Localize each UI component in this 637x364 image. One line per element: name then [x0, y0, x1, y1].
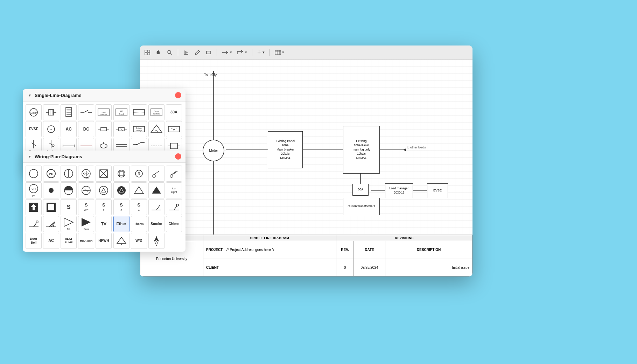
- symbol-load-manager[interactable]: Loadmanager: [96, 104, 112, 120]
- svg-text:PC: PC: [49, 172, 54, 176]
- rect-icon[interactable]: [205, 49, 212, 56]
- svg-rect-9: [275, 50, 281, 55]
- panel-header-left: ▼ Single-Line-Diagrams: [27, 92, 82, 98]
- symbol-dc[interactable]: DC: [78, 121, 94, 137]
- close-btn[interactable]: ✕: [175, 92, 181, 98]
- symbol-ethernet[interactable]: Ether: [113, 216, 130, 232]
- svg-line-117: [154, 171, 159, 175]
- arrow-tool-btn[interactable]: ▾: [222, 50, 232, 55]
- symbol-telephone[interactable]: Tel.: [61, 216, 77, 232]
- existing-100a-panel-box[interactable]: Existing100A Panelmain lug only10kaicNEM…: [343, 126, 380, 174]
- symbol-chime[interactable]: Chime: [166, 216, 182, 232]
- symbol-current-transformer[interactable]: Currenttransform.: [148, 104, 164, 120]
- symbol-pv[interactable]: PV: [148, 121, 164, 137]
- svg-point-123: [49, 188, 54, 193]
- breaker-60a-box[interactable]: 60A: [352, 184, 369, 196]
- symbol-heater[interactable]: HEATER: [78, 233, 94, 249]
- symbol-triangle-up[interactable]: [131, 182, 147, 198]
- wiring-plan-panel-header[interactable]: ▼ Wiring-Plan-Diagrams ✕: [23, 150, 186, 163]
- symbol-dimmer2[interactable]: [166, 199, 182, 215]
- symbol-junction[interactable]: [78, 182, 94, 198]
- symbol-battery[interactable]: BatteryStorage: [131, 121, 147, 137]
- symbol-washer-dryer[interactable]: W/D: [131, 233, 147, 249]
- svg-rect-59: [101, 127, 106, 131]
- symbol-fuse2[interactable]: [113, 121, 130, 137]
- zoom-icon[interactable]: [167, 49, 173, 56]
- symbol-disconnect[interactable]: [78, 104, 94, 120]
- symbol-ct[interactable]: [131, 104, 147, 120]
- symbol-dimmer4[interactable]: [43, 216, 59, 232]
- desc-label: DESCRIPTION: [385, 241, 472, 259]
- fill-icon[interactable]: [183, 49, 189, 56]
- svg-text:transform.: transform.: [153, 113, 160, 115]
- current-transformers-box[interactable]: Current transformers: [343, 198, 380, 215]
- symbol-switch-swp[interactable]: SWP: [78, 199, 94, 215]
- symbol-ac-outlet[interactable]: AC: [43, 233, 59, 249]
- symbol-north-arrow[interactable]: [148, 233, 164, 249]
- symbol-dimmer3[interactable]: [26, 216, 42, 232]
- symbol-hpwh[interactable]: HPWH: [96, 233, 112, 249]
- elbow-tool-btn[interactable]: ▾: [237, 50, 247, 55]
- add-btn[interactable]: +▾: [257, 49, 265, 56]
- symbol-ac[interactable]: AC: [61, 121, 77, 137]
- symbol-data[interactable]: Data: [78, 216, 94, 232]
- symbol-switch-fuse[interactable]: [43, 104, 59, 120]
- svg-line-42: [84, 110, 88, 112]
- symbol-fuse[interactable]: [96, 121, 112, 137]
- wiring-close-btn[interactable]: ✕: [175, 153, 181, 160]
- svg-point-83: [100, 144, 107, 148]
- symbol-smoke[interactable]: Smoke: [148, 216, 164, 232]
- symbol-recept-r[interactable]: R: [131, 166, 147, 182]
- symbol-thermostat[interactable]: Therm: [131, 216, 147, 232]
- canvas-area[interactable]: To utility Meter Existing Panel200AMain …: [140, 59, 472, 234]
- symbol-meter[interactable]: Meter: [26, 104, 42, 120]
- symbol-round-outlet[interactable]: [113, 166, 130, 182]
- symbol-triangle-filled[interactable]: [148, 182, 164, 198]
- single-line-panel-header[interactable]: ▼ Single-Line-Diagrams ✕: [23, 89, 186, 102]
- svg-text:Meter: Meter: [30, 112, 37, 114]
- symbol-three-phase[interactable]: [96, 182, 112, 198]
- symbol-panel[interactable]: [61, 104, 77, 120]
- symbol-weatherproof[interactable]: [113, 233, 130, 249]
- wiring-collapse-btn[interactable]: ▼: [27, 154, 33, 159]
- symbol-switch-single[interactable]: [148, 166, 164, 182]
- existing-panel-box[interactable]: Existing Panel200AMain breaker20kaicNEMA…: [268, 131, 303, 168]
- collapse-btn[interactable]: ▼: [27, 92, 33, 98]
- svg-rect-2: [145, 53, 147, 55]
- symbol-switch-double[interactable]: [166, 166, 182, 182]
- symbol-heat-pump[interactable]: HEATPUMP: [61, 233, 77, 249]
- symbol-inverter[interactable]: [166, 121, 182, 137]
- symbol-switch-s4[interactable]: S4: [131, 199, 147, 215]
- symbol-crossed-box[interactable]: [96, 166, 112, 182]
- symbol-fan[interactable]: Fan: [78, 166, 94, 182]
- evse-box[interactable]: EVSE: [427, 183, 448, 198]
- symbol-breaker-30a[interactable]: 30A: [166, 104, 182, 120]
- symbol-pc-outlet[interactable]: PC: [43, 166, 59, 182]
- symbol-filled-box[interactable]: [43, 199, 59, 215]
- grid-icon[interactable]: [144, 49, 150, 56]
- load-manager-box[interactable]: Load manager DCC-12: [385, 183, 413, 198]
- symbol-gfci[interactable]: GFI gfci: [26, 182, 42, 198]
- symbol-exit-light[interactable]: ExitLight: [166, 182, 182, 198]
- table-btn[interactable]: ▾: [275, 50, 284, 55]
- symbol-generator[interactable]: ~: [43, 121, 59, 137]
- symbol-outlet[interactable]: [26, 166, 42, 182]
- symbol-evse[interactable]: EVSE: [26, 121, 42, 137]
- app-window: ▾ ▾ +▾ ▾: [140, 46, 472, 276]
- symbol-dot[interactable]: [43, 182, 59, 198]
- symbol-switch-s[interactable]: S: [61, 199, 77, 215]
- symbol-dimmer[interactable]: [148, 199, 164, 215]
- symbol-special-outlet[interactable]: [61, 166, 77, 182]
- meter-symbol[interactable]: Meter: [201, 138, 226, 163]
- hand-icon[interactable]: [155, 49, 162, 56]
- symbol-arrow-right[interactable]: [26, 199, 42, 215]
- svg-point-89: [136, 144, 138, 145]
- symbol-half-circle[interactable]: [61, 182, 77, 198]
- pen-icon[interactable]: [194, 49, 201, 56]
- symbol-spd[interactable]: SPDType 1: [113, 104, 130, 120]
- symbol-three-phase2[interactable]: [113, 182, 130, 198]
- symbol-switch-s2[interactable]: S2: [96, 199, 112, 215]
- symbol-tv[interactable]: TV: [96, 216, 112, 232]
- symbol-switch-s3[interactable]: S3: [113, 199, 130, 215]
- symbol-doorbell[interactable]: DoorBell: [26, 233, 42, 249]
